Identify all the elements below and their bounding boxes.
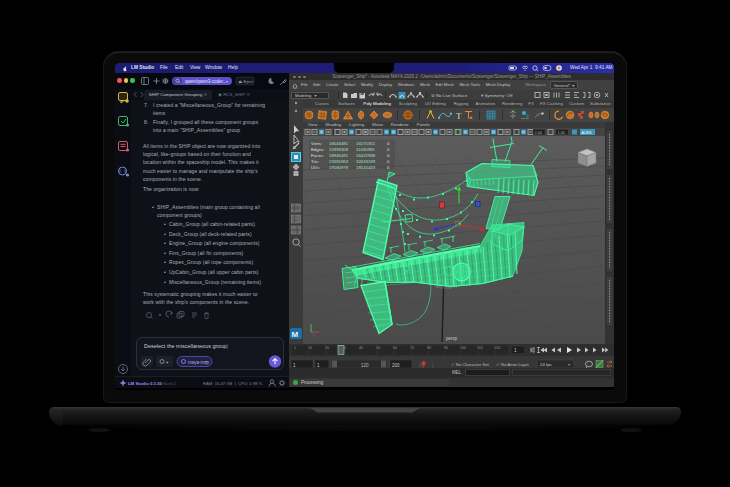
svg-text:|: |: [526, 93, 527, 98]
svg-text:120: 120: [361, 363, 369, 368]
svg-text:⏏ Eject: ⏏ Eject: [239, 79, 254, 84]
svg-text:18516443: 18516443: [356, 165, 376, 170]
svg-text:100: 100: [460, 346, 466, 350]
svg-text:120: 120: [494, 346, 500, 350]
svg-text:18946491: 18946491: [329, 153, 349, 158]
svg-text:ACES: ACES: [582, 131, 592, 135]
svg-text:Tris:: Tris:: [311, 159, 319, 164]
svg-text:UVs:: UVs:: [311, 165, 320, 170]
svg-text:200: 200: [392, 363, 400, 368]
svg-text:16422938: 16422938: [356, 153, 376, 158]
svg-text:90: 90: [444, 346, 448, 350]
svg-text:18044481: 18044481: [329, 141, 349, 146]
svg-text:▾: ▾: [568, 362, 570, 367]
svg-text:⊘ No Live Surface: ⊘ No Live Surface: [431, 93, 468, 98]
svg-text:70: 70: [410, 346, 414, 350]
svg-text:qwen/qwen3-coder...: qwen/qwen3-coder...: [185, 79, 227, 84]
svg-text:✓ No Anim Layer: ✓ No Anim Layer: [496, 362, 530, 367]
svg-text:Faces:: Faces:: [311, 153, 324, 158]
svg-text:10: 10: [308, 346, 312, 350]
svg-text:2.00: 2.00: [535, 131, 542, 135]
svg-text:▾: ▾: [205, 359, 207, 364]
svg-text:LM Studio 0.3.30: LM Studio 0.3.30: [128, 381, 163, 386]
svg-text:80: 80: [427, 346, 431, 350]
svg-text:110: 110: [477, 346, 483, 350]
svg-text:): ): [419, 362, 421, 368]
svg-text:1: 1: [294, 346, 296, 350]
svg-text:T: T: [456, 111, 462, 121]
svg-text:50: 50: [376, 346, 380, 350]
svg-text:1.00: 1.00: [558, 131, 565, 135]
svg-text:23391963: 23391963: [329, 159, 349, 164]
svg-text:Edges:: Edges:: [311, 147, 324, 152]
svg-text:Build 2: Build 2: [163, 381, 177, 386]
svg-text:persp: persp: [446, 336, 458, 341]
svg-text:16575351: 16575351: [356, 141, 376, 146]
svg-text:Verts:: Verts:: [311, 141, 322, 146]
svg-text:|: |: [474, 93, 475, 98]
svg-text:▾ Symmetry: Off: ▾ Symmetry: Off: [481, 93, 513, 98]
svg-text:11630991: 11630991: [356, 147, 375, 152]
svg-text:32633199: 32633199: [356, 159, 376, 164]
svg-text:): ): [432, 362, 434, 368]
svg-text:RAM: 16.47 GB | CPU: 4.98 %: RAM: 16.47 GB | CPU: 4.98 %: [203, 381, 263, 386]
svg-text:24 fps: 24 fps: [540, 362, 552, 367]
svg-text:M: M: [292, 330, 299, 339]
svg-text:60: 60: [393, 346, 397, 350]
svg-text:✓ No Character Set: ✓ No Character Set: [451, 362, 490, 367]
svg-text:20: 20: [325, 346, 329, 350]
svg-text:▾: ▾: [226, 79, 228, 84]
svg-text:15993308: 15993308: [329, 147, 349, 152]
svg-text:40: 40: [359, 346, 363, 350]
svg-text:19180978: 19180978: [329, 165, 349, 170]
